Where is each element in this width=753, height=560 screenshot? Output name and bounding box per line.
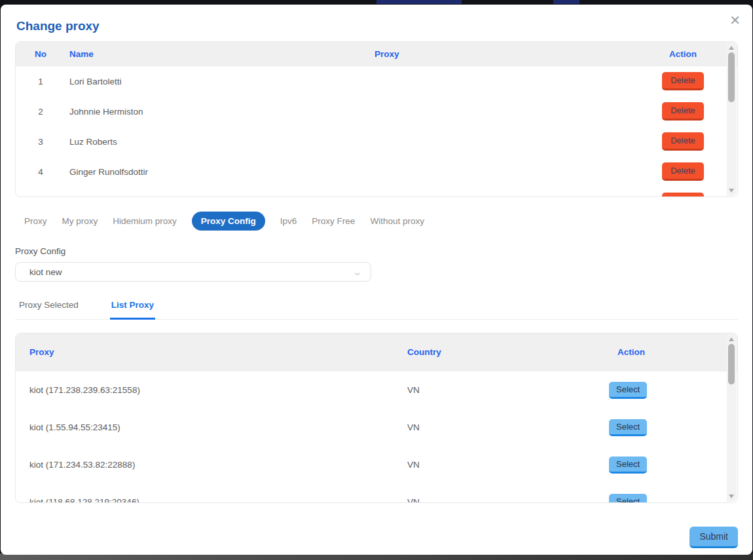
background-page-element [553, 0, 579, 4]
proxy-list-table: Proxy Country Action kiot (171.238.239.6… [15, 333, 738, 503]
action-cell: Select [608, 457, 737, 474]
header-proxy: Proxy [16, 347, 398, 357]
profiles-table-header: No Name Proxy Action [16, 42, 737, 66]
row-number: 4 [16, 167, 65, 177]
profile-name: Lori Bartoletti [65, 77, 360, 86]
scroll-thumb[interactable] [728, 52, 735, 102]
tab-ipv6[interactable]: Ipv6 [280, 216, 297, 226]
table-row: kiot (171.238.239.63:21558) VN Select [16, 371, 737, 409]
table-row: kiot (171.234.53.82:22888) VN Select [16, 446, 737, 483]
tab-proxy[interactable]: Proxy [24, 216, 47, 226]
change-proxy-modal: ✕ Change proxy No Name Proxy Action 1 Lo… [1, 5, 752, 555]
proxy-country: VN [398, 385, 608, 395]
select-button[interactable]: Select [609, 419, 647, 436]
proxy-type-tabs: ProxyMy proxyHidemium proxyProxy ConfigI… [15, 212, 738, 231]
proxy-config-label: Proxy Config [15, 246, 738, 256]
delete-button[interactable]: Delete [662, 72, 704, 90]
proxy-name: kiot (1.55.94.55:23415) [16, 422, 398, 432]
table-row: 4 Ginger Runolfsdottir Delete [16, 157, 737, 187]
tab-list-proxy[interactable]: List Proxy [110, 300, 155, 320]
table-row: 1 Lori Bartoletti Delete [16, 66, 737, 96]
profile-name: Luz Roberts [65, 137, 360, 147]
scroll-down-icon[interactable] [729, 495, 734, 498]
scroll-thumb[interactable] [728, 344, 735, 384]
scrollbar[interactable] [727, 334, 737, 502]
proxy-list-table-body: kiot (171.238.239.63:21558) VN Select ki… [16, 371, 737, 502]
row-number: 1 [16, 77, 65, 86]
select-button[interactable]: Select [609, 494, 647, 503]
action-cell: Delete [629, 193, 737, 196]
tab-proxy-free[interactable]: Proxy Free [312, 216, 355, 226]
header-no: No [16, 49, 65, 59]
proxy-config-select[interactable]: kiot new ⌄ [15, 262, 371, 282]
tab-without-proxy[interactable]: Without proxy [370, 216, 424, 226]
tab-hidemium-proxy[interactable]: Hidemium proxy [113, 216, 177, 226]
proxy-name: kiot (171.238.239.63:21558) [16, 385, 398, 395]
tab-my-proxy[interactable]: My proxy [62, 216, 98, 226]
scroll-up-icon[interactable] [729, 46, 734, 50]
submit-button[interactable]: Submit [689, 527, 738, 548]
action-cell: Select [608, 494, 737, 503]
chevron-down-icon: ⌄ [352, 267, 363, 276]
action-cell: Delete [629, 72, 737, 90]
scroll-up-icon[interactable] [729, 337, 734, 341]
proxy-list-tabs: Proxy SelectedList Proxy [15, 300, 738, 320]
select-button[interactable]: Select [609, 382, 647, 399]
action-cell: Select [608, 382, 737, 399]
action-cell: Delete [629, 102, 737, 121]
proxy-list-table-header: Proxy Country Action [16, 333, 737, 371]
scrollbar[interactable] [727, 43, 737, 196]
action-cell: Delete [629, 162, 737, 181]
header-country: Country [398, 347, 608, 357]
profile-name: Johnnie Hermiston [65, 107, 360, 117]
header-action: Action [629, 49, 737, 59]
page-title: Change proxy [16, 19, 738, 33]
background-page-element [376, 0, 462, 4]
profiles-table-body: 1 Lori Bartoletti Delete 2 Johnnie Hermi… [16, 66, 737, 196]
header-proxy: Proxy [360, 49, 629, 59]
table-row: Delete [16, 187, 737, 196]
row-number: 3 [16, 137, 65, 147]
proxy-country: VN [398, 422, 608, 432]
close-icon[interactable]: ✕ [729, 14, 741, 27]
header-action: Action [608, 347, 737, 357]
proxy-country: VN [398, 460, 608, 470]
select-button[interactable]: Select [609, 457, 647, 474]
tab-proxy-selected[interactable]: Proxy Selected [18, 300, 80, 320]
header-name: Name [65, 49, 360, 59]
modal-footer: Submit [15, 527, 738, 548]
proxy-name: kiot (118.68.128.219:20346) [16, 497, 398, 502]
row-number: 2 [16, 107, 65, 117]
tab-proxy-config[interactable]: Proxy Config [192, 212, 265, 231]
proxy-country: VN [398, 497, 608, 502]
table-row: kiot (1.55.94.55:23415) VN Select [16, 409, 737, 446]
delete-button[interactable]: Delete [662, 162, 704, 181]
profiles-table: No Name Proxy Action 1 Lori Bartoletti D… [15, 41, 738, 197]
table-row: kiot (118.68.128.219:20346) VN Select [16, 483, 737, 502]
delete-button[interactable]: Delete [662, 132, 704, 151]
action-cell: Delete [629, 132, 737, 151]
delete-button[interactable]: Delete [662, 193, 704, 196]
table-row: 3 Luz Roberts Delete [16, 126, 737, 157]
scroll-down-icon[interactable] [729, 189, 734, 193]
delete-button[interactable]: Delete [662, 102, 704, 121]
selected-proxy-config: kiot new [29, 267, 62, 277]
proxy-name: kiot (171.234.53.82:22888) [16, 460, 398, 470]
table-row: 2 Johnnie Hermiston Delete [16, 96, 737, 126]
profile-name: Ginger Runolfsdottir [65, 167, 360, 177]
action-cell: Select [608, 419, 737, 436]
